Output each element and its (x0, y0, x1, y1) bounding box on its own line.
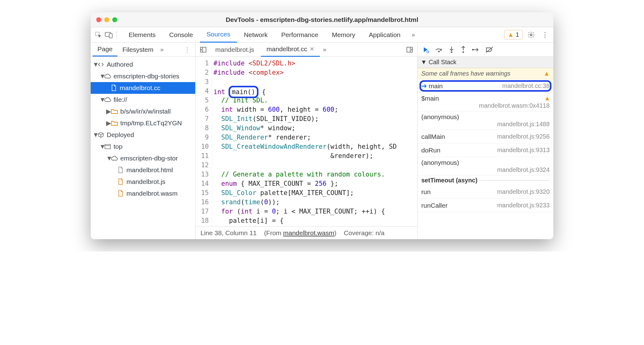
cursor-position: Line 38, Column 11 (200, 229, 257, 237)
tree-label: tmp/tmp.ELcTq2YGN (120, 119, 182, 127)
main-tabs: Elements Console Sources Network Perform… (122, 27, 407, 43)
tree-deployed[interactable]: ▼ Deployed (91, 129, 195, 141)
async-separator: setTimeout (async) (418, 176, 553, 185)
inspect-element-icon[interactable] (94, 30, 103, 39)
callstack-frame[interactable]: callMainmandelbrot.js:9256 (418, 130, 553, 143)
code-icon (97, 61, 104, 68)
editor-tab-js[interactable]: mandelbrot.js (210, 43, 260, 57)
debugger-panel: ▼ Call Stack Some call frames have warni… (418, 43, 553, 239)
editor-tab-cc[interactable]: mandelbrot.cc✕ (261, 43, 320, 57)
warnings-count: 1 (516, 31, 519, 38)
step-icon[interactable] (472, 47, 480, 53)
navigator-panel: Page Filesystem » ⋮ ▼ Authored ▼ emscrip… (91, 43, 196, 239)
window-title: DevTools - emscripten-dbg-stories.netlif… (91, 16, 553, 23)
zoom-window-icon[interactable] (112, 17, 117, 22)
callstack-frame[interactable]: ▲$mainmandelbrot.wasm:0x4118 (418, 93, 553, 111)
tree-folder-1[interactable]: ▶ b/s/w/ir/x/w/install (91, 106, 195, 117)
callstack-warning: Some call frames have warnings ▲ (418, 68, 553, 79)
toolbar-right: ▲ 1 ⋮ (504, 30, 550, 39)
settings-icon[interactable] (526, 31, 537, 39)
code-editor[interactable]: 12345678910111213141516171819 #include <… (196, 57, 417, 226)
main-toolbar: Elements Console Sources Network Perform… (91, 27, 553, 43)
tree-file-html[interactable]: mandelbrot.html (91, 164, 195, 176)
device-toolbar-icon[interactable] (104, 30, 114, 39)
tab-memory[interactable]: Memory (325, 27, 362, 43)
tree-file-js[interactable]: mandelbrot.js (91, 176, 195, 188)
close-tab-icon[interactable]: ✕ (310, 46, 314, 52)
navtab-kebab-icon[interactable]: ⋮ (181, 43, 193, 56)
callstack-header[interactable]: ▼ Call Stack (418, 57, 553, 68)
minimize-window-icon[interactable] (104, 17, 109, 22)
tree-label: b/s/w/ir/x/w/install (120, 108, 171, 115)
tab-elements[interactable]: Elements (122, 27, 163, 43)
tree-label: emscripten-dbg-stories (114, 73, 180, 80)
tree-file-scheme[interactable]: ▼ file:// (91, 94, 195, 106)
step-into-icon[interactable] (448, 46, 455, 53)
more-tabs-icon[interactable]: » (410, 31, 417, 38)
cloud-icon (104, 74, 111, 79)
step-over-icon[interactable] (435, 46, 443, 53)
warning-icon: ▲ (543, 70, 550, 77)
warning-icon: ▲ (508, 31, 514, 38)
callstack-frame[interactable]: runmandelbrot.js:9320 (418, 185, 553, 199)
source-from-link[interactable]: mandelbrot.wasm (283, 229, 334, 236)
disclosure-icon: ▼ (93, 131, 97, 139)
disclosure-icon: ▼ (99, 73, 104, 80)
tree-file-mandelbrot-cc[interactable]: mandelbrot.cc (91, 82, 195, 94)
toggle-debugger-icon[interactable] (404, 46, 415, 53)
deactivate-breakpoints-icon[interactable] (485, 46, 493, 53)
editor-panel: mandelbrot.js mandelbrot.cc✕ » 123456789… (196, 43, 418, 239)
tree-label: mandelbrot.js (126, 178, 165, 185)
navtab-more-icon[interactable]: » (158, 43, 165, 56)
warning-text: Some call frames have warnings (421, 70, 510, 77)
tab-label: mandelbrot.cc (266, 45, 307, 53)
file-icon (117, 190, 124, 197)
coverage-info: Coverage: n/a (344, 229, 385, 237)
tree-label: mandelbrot.wasm (126, 190, 178, 197)
navtab-filesystem[interactable]: Filesystem (118, 43, 158, 56)
file-icon (117, 178, 124, 185)
disclosure-icon: ▶ (106, 108, 111, 115)
callstack-frame[interactable]: runCallermandelbrot.js:9233 (418, 199, 553, 212)
tab-performance[interactable]: Performance (275, 27, 325, 43)
svg-rect-2 (109, 34, 112, 38)
disclosure-icon: ▼ (99, 143, 104, 150)
kebab-menu-icon[interactable]: ⋮ (540, 31, 550, 39)
disclosure-icon: ▼ (99, 96, 104, 103)
disclosure-icon: ▼ (106, 155, 111, 162)
tree-label: emscripten-dbg-stor (120, 155, 178, 162)
callstack-frame[interactable]: doRunmandelbrot.js:9313 (418, 143, 553, 157)
frame-icon (104, 144, 111, 149)
more-editor-tabs-icon[interactable]: » (321, 46, 328, 53)
svg-point-3 (530, 34, 532, 36)
warnings-badge[interactable]: ▲ 1 (504, 30, 522, 39)
callstack-frame[interactable]: (anonymous)mandelbrot.js:9324 (418, 157, 553, 176)
tab-network[interactable]: Network (237, 27, 275, 43)
divider (117, 31, 117, 39)
close-window-icon[interactable] (96, 17, 101, 22)
callstack-frame[interactable]: (anonymous)mandelbrot.js:1488 (418, 111, 553, 130)
tree-authored[interactable]: ▼ Authored (91, 59, 195, 70)
debugger-toolbar (418, 43, 553, 57)
callstack-frame[interactable]: ➔mainmandelbrot.cc:38 (418, 79, 553, 93)
navtab-page[interactable]: Page (93, 43, 118, 56)
svg-point-10 (427, 51, 429, 53)
tree-label: file:// (114, 96, 127, 103)
package-icon (97, 132, 104, 138)
tree-folder-2[interactable]: ▶ tmp/tmp.ELcTq2YGN (91, 117, 195, 129)
tree-top[interactable]: ▼ top (91, 141, 195, 152)
gutter: 12345678910111213141516171819 (196, 57, 212, 226)
toggle-navigator-icon[interactable] (198, 46, 208, 53)
tab-console[interactable]: Console (163, 27, 200, 43)
tab-application[interactable]: Application (362, 27, 407, 43)
tab-sources[interactable]: Sources (200, 27, 237, 43)
cloud-icon (111, 156, 118, 161)
cloud-icon (104, 97, 111, 102)
tree-site[interactable]: ▼ emscripten-dbg-stories (91, 70, 195, 82)
step-out-icon[interactable] (460, 46, 466, 53)
devtools-window: DevTools - emscripten-dbg-stories.netlif… (91, 12, 553, 239)
tree-deployed-site[interactable]: ▼ emscripten-dbg-stor (91, 152, 195, 164)
resume-icon[interactable] (422, 46, 429, 53)
tree-file-wasm[interactable]: mandelbrot.wasm (91, 188, 195, 199)
file-icon (117, 167, 124, 173)
